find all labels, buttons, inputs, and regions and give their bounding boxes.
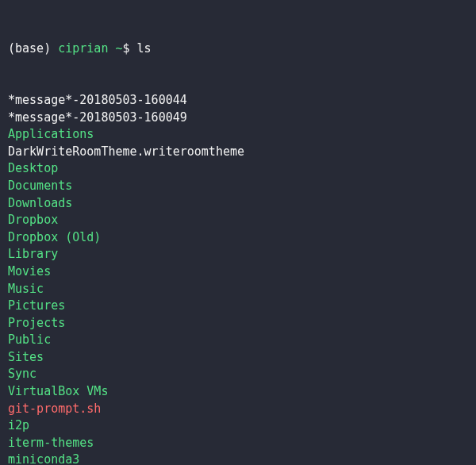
ls-output: *message*-20180503-160044*message*-20180… (8, 92, 468, 465)
list-item: Sync (8, 366, 468, 383)
list-item: Downloads (8, 195, 468, 213)
list-item: Desktop (8, 160, 468, 178)
list-item: VirtualBox VMs (8, 383, 468, 401)
list-item: DarkWriteRoomTheme.writeroomtheme (8, 144, 468, 161)
list-item: Applications (8, 126, 468, 144)
list-item: git-prompt.sh (8, 401, 468, 418)
prompt-symbol: $ (123, 41, 130, 56)
list-item: i2p (8, 417, 468, 435)
list-item: miniconda3 (8, 452, 468, 465)
list-item: Dropbox (8, 212, 468, 229)
list-item: Dropbox (Old) (8, 229, 468, 247)
command-text: ls (137, 41, 152, 56)
prompt-env: (base) (8, 41, 51, 56)
prompt-line-1: (base) ciprian ~$ ls (8, 40, 468, 58)
list-item: Documents (8, 178, 468, 195)
list-item: Library (8, 246, 468, 263)
terminal[interactable]: (base) ciprian ~$ ls *message*-20180503-… (0, 0, 476, 465)
prompt-user: ciprian (58, 41, 108, 56)
list-item: Music (8, 281, 468, 298)
list-item: Movies (8, 263, 468, 281)
list-item: Projects (8, 315, 468, 332)
list-item: Public (8, 332, 468, 349)
prompt-cwd: ~ (115, 41, 122, 56)
list-item: *message*-20180503-160049 (8, 110, 468, 127)
list-item: Sites (8, 349, 468, 367)
list-item: Pictures (8, 298, 468, 315)
list-item: *message*-20180503-160044 (8, 92, 468, 110)
list-item: iterm-themes (8, 435, 468, 452)
